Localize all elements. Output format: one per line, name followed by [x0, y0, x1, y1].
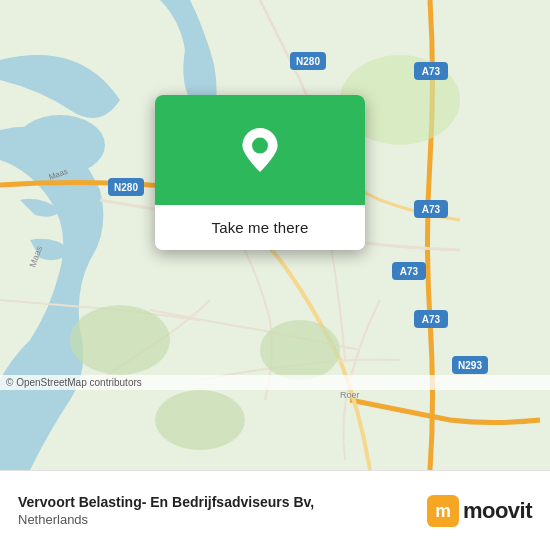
svg-point-24 — [252, 138, 268, 154]
location-pin-icon — [238, 128, 282, 172]
svg-point-1 — [15, 115, 105, 175]
place-country: Netherlands — [18, 512, 314, 527]
moovit-logo-icon: m — [427, 495, 459, 527]
map-attribution: © OpenStreetMap contributors — [0, 375, 550, 390]
footer-text-block: Vervoort Belasting- En Bedrijfsadviseurs… — [18, 494, 314, 527]
svg-point-5 — [155, 390, 245, 450]
popup-card: Take me there — [155, 95, 365, 250]
svg-text:A73: A73 — [422, 204, 441, 215]
popup-green-header — [155, 95, 365, 205]
svg-text:Roer: Roer — [340, 390, 360, 400]
svg-text:N293: N293 — [458, 360, 482, 371]
map-container: N280 A73 A73 A73 N280 N293 A73 Maas Maas… — [0, 0, 550, 470]
svg-point-3 — [260, 320, 340, 380]
svg-text:N280: N280 — [296, 56, 320, 67]
moovit-logo-text: moovit — [463, 498, 532, 524]
moovit-logo: m moovit — [427, 495, 532, 527]
svg-text:A73: A73 — [400, 266, 419, 277]
svg-text:A73: A73 — [422, 66, 441, 77]
svg-text:A73: A73 — [422, 314, 441, 325]
svg-text:N280: N280 — [114, 182, 138, 193]
svg-text:m: m — [435, 501, 451, 521]
take-me-there-button[interactable]: Take me there — [155, 205, 365, 250]
svg-point-2 — [70, 305, 170, 375]
place-name: Vervoort Belasting- En Bedrijfsadviseurs… — [18, 494, 314, 510]
footer: Vervoort Belasting- En Bedrijfsadviseurs… — [0, 470, 550, 550]
